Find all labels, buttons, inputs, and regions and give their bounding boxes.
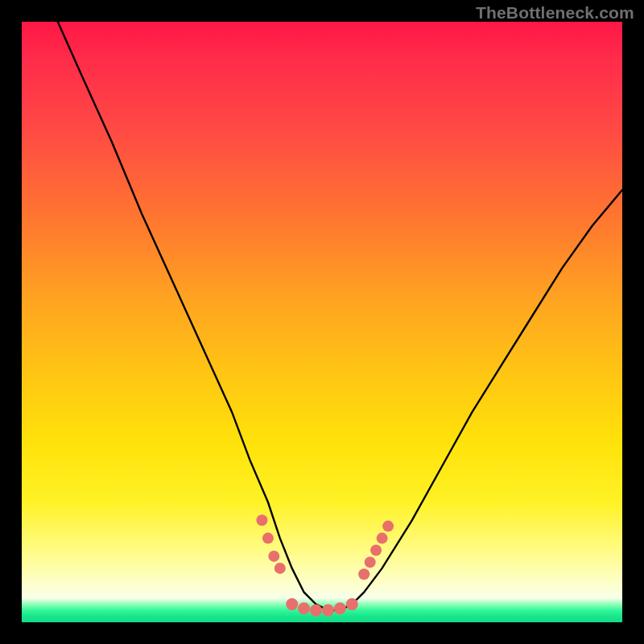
chart-frame: TheBottleneck.com	[0, 0, 644, 644]
watermark-label: TheBottleneck.com	[476, 3, 634, 23]
gradient-background	[22, 22, 622, 622]
